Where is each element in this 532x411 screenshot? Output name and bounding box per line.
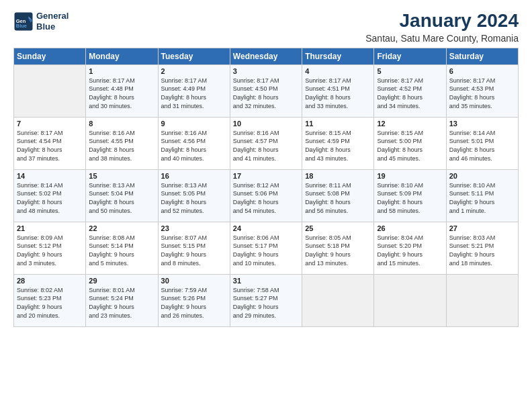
calendar-cell: 28Sunrise: 8:02 AM Sunset: 5:23 PM Dayli… bbox=[14, 274, 86, 326]
week-row-2: 7Sunrise: 8:17 AM Sunset: 4:54 PM Daylig… bbox=[14, 117, 519, 169]
day-number: 18 bbox=[305, 172, 371, 180]
day-number: 28 bbox=[17, 277, 83, 285]
calendar-cell: 5Sunrise: 8:17 AM Sunset: 4:52 PM Daylig… bbox=[374, 64, 446, 117]
day-number: 30 bbox=[161, 277, 227, 285]
cell-content: Sunrise: 8:02 AM Sunset: 5:23 PM Dayligh… bbox=[17, 286, 83, 320]
week-row-3: 14Sunrise: 8:14 AM Sunset: 5:02 PM Dayli… bbox=[14, 169, 519, 222]
calendar-cell: 8Sunrise: 8:16 AM Sunset: 4:55 PM Daylig… bbox=[86, 117, 158, 169]
cell-content: Sunrise: 8:13 AM Sunset: 5:04 PM Dayligh… bbox=[89, 181, 154, 215]
cell-content: Sunrise: 8:04 AM Sunset: 5:20 PM Dayligh… bbox=[377, 234, 443, 267]
calendar-cell: 16Sunrise: 8:13 AM Sunset: 5:05 PM Dayli… bbox=[158, 169, 230, 222]
calendar-cell: 12Sunrise: 8:15 AM Sunset: 5:00 PM Dayli… bbox=[374, 117, 446, 169]
cell-content: Sunrise: 8:17 AM Sunset: 4:54 PM Dayligh… bbox=[17, 129, 83, 163]
day-number: 5 bbox=[377, 67, 443, 75]
calendar-cell: 19Sunrise: 8:10 AM Sunset: 5:09 PM Dayli… bbox=[374, 169, 446, 222]
day-number: 8 bbox=[89, 120, 154, 128]
day-number: 3 bbox=[233, 67, 299, 75]
cell-content: Sunrise: 8:03 AM Sunset: 5:21 PM Dayligh… bbox=[449, 234, 515, 267]
cell-content: Sunrise: 8:10 AM Sunset: 5:09 PM Dayligh… bbox=[377, 181, 443, 215]
calendar-cell: 21Sunrise: 8:09 AM Sunset: 5:12 PM Dayli… bbox=[14, 222, 86, 274]
calendar-cell: 25Sunrise: 8:05 AM Sunset: 5:18 PM Dayli… bbox=[302, 222, 374, 274]
cell-content: Sunrise: 8:16 AM Sunset: 4:56 PM Dayligh… bbox=[161, 129, 227, 163]
calendar-cell: 6Sunrise: 8:17 AM Sunset: 4:53 PM Daylig… bbox=[446, 64, 518, 117]
day-header-tuesday: Tuesday bbox=[158, 48, 230, 64]
day-number: 23 bbox=[161, 224, 227, 232]
day-number: 17 bbox=[233, 172, 299, 180]
calendar-cell: 2Sunrise: 8:17 AM Sunset: 4:49 PM Daylig… bbox=[158, 64, 230, 117]
day-number: 9 bbox=[161, 120, 227, 128]
cell-content: Sunrise: 8:17 AM Sunset: 4:51 PM Dayligh… bbox=[305, 77, 371, 110]
calendar-cell: 14Sunrise: 8:14 AM Sunset: 5:02 PM Dayli… bbox=[14, 169, 86, 222]
page: Gen Blue General Blue January 2024 Santa… bbox=[0, 0, 532, 411]
calendar-cell: 18Sunrise: 8:11 AM Sunset: 5:08 PM Dayli… bbox=[302, 169, 374, 222]
calendar-cell: 30Sunrise: 7:59 AM Sunset: 5:26 PM Dayli… bbox=[158, 274, 230, 326]
day-number: 22 bbox=[89, 224, 154, 232]
calendar-table: SundayMondayTuesdayWednesdayThursdayFrid… bbox=[13, 48, 519, 327]
day-number: 15 bbox=[89, 172, 154, 180]
day-number: 26 bbox=[377, 224, 443, 232]
logo: Gen Blue General Blue bbox=[13, 11, 69, 32]
cell-content: Sunrise: 8:15 AM Sunset: 5:00 PM Dayligh… bbox=[377, 129, 443, 163]
day-number: 2 bbox=[161, 67, 227, 75]
cell-content: Sunrise: 8:05 AM Sunset: 5:18 PM Dayligh… bbox=[305, 234, 371, 267]
day-number: 16 bbox=[161, 172, 227, 180]
day-number: 27 bbox=[449, 224, 515, 232]
day-number: 14 bbox=[17, 172, 83, 180]
cell-content: Sunrise: 8:17 AM Sunset: 4:52 PM Dayligh… bbox=[377, 77, 443, 110]
svg-text:Blue: Blue bbox=[16, 23, 27, 29]
calendar-cell: 7Sunrise: 8:17 AM Sunset: 4:54 PM Daylig… bbox=[14, 117, 86, 169]
cell-content: Sunrise: 8:16 AM Sunset: 4:57 PM Dayligh… bbox=[233, 129, 299, 163]
day-number: 21 bbox=[17, 224, 83, 232]
calendar-cell: 13Sunrise: 8:14 AM Sunset: 5:01 PM Dayli… bbox=[446, 117, 518, 169]
calendar-cell bbox=[14, 64, 86, 117]
cell-content: Sunrise: 8:15 AM Sunset: 4:59 PM Dayligh… bbox=[305, 129, 371, 163]
cell-content: Sunrise: 8:17 AM Sunset: 4:48 PM Dayligh… bbox=[89, 77, 154, 110]
calendar-cell: 17Sunrise: 8:12 AM Sunset: 5:06 PM Dayli… bbox=[230, 169, 302, 222]
day-number: 25 bbox=[305, 224, 371, 232]
calendar-cell: 31Sunrise: 7:58 AM Sunset: 5:27 PM Dayli… bbox=[230, 274, 302, 326]
calendar-cell: 11Sunrise: 8:15 AM Sunset: 4:59 PM Dayli… bbox=[302, 117, 374, 169]
cell-content: Sunrise: 8:11 AM Sunset: 5:08 PM Dayligh… bbox=[305, 181, 371, 215]
cell-content: Sunrise: 8:08 AM Sunset: 5:14 PM Dayligh… bbox=[89, 234, 154, 267]
main-title: January 2024 bbox=[365, 11, 519, 32]
cell-content: Sunrise: 8:09 AM Sunset: 5:12 PM Dayligh… bbox=[17, 234, 83, 267]
calendar-cell: 24Sunrise: 8:06 AM Sunset: 5:17 PM Dayli… bbox=[230, 222, 302, 274]
day-number: 6 bbox=[449, 67, 515, 75]
calendar-cell: 3Sunrise: 8:17 AM Sunset: 4:50 PM Daylig… bbox=[230, 64, 302, 117]
calendar-cell: 23Sunrise: 8:07 AM Sunset: 5:15 PM Dayli… bbox=[158, 222, 230, 274]
cell-content: Sunrise: 8:13 AM Sunset: 5:05 PM Dayligh… bbox=[161, 181, 227, 215]
cell-content: Sunrise: 8:17 AM Sunset: 4:49 PM Dayligh… bbox=[161, 77, 227, 110]
day-number: 4 bbox=[305, 67, 371, 75]
day-header-monday: Monday bbox=[86, 48, 158, 64]
cell-content: Sunrise: 8:12 AM Sunset: 5:06 PM Dayligh… bbox=[233, 181, 299, 215]
calendar-cell: 1Sunrise: 8:17 AM Sunset: 4:48 PM Daylig… bbox=[86, 64, 158, 117]
calendar-cell: 20Sunrise: 8:10 AM Sunset: 5:11 PM Dayli… bbox=[446, 169, 518, 222]
title-block: January 2024 Santau, Satu Mare County, R… bbox=[365, 11, 519, 44]
week-row-1: 1Sunrise: 8:17 AM Sunset: 4:48 PM Daylig… bbox=[14, 64, 519, 117]
cell-content: Sunrise: 8:17 AM Sunset: 4:50 PM Dayligh… bbox=[233, 77, 299, 110]
day-number: 20 bbox=[449, 172, 515, 180]
day-header-saturday: Saturday bbox=[446, 48, 518, 64]
cell-content: Sunrise: 8:17 AM Sunset: 4:53 PM Dayligh… bbox=[449, 77, 515, 110]
day-header-sunday: Sunday bbox=[14, 48, 86, 64]
calendar-cell bbox=[302, 274, 374, 326]
cell-content: Sunrise: 8:06 AM Sunset: 5:17 PM Dayligh… bbox=[233, 234, 299, 267]
week-row-4: 21Sunrise: 8:09 AM Sunset: 5:12 PM Dayli… bbox=[14, 222, 519, 274]
day-number: 13 bbox=[449, 120, 515, 128]
week-row-5: 28Sunrise: 8:02 AM Sunset: 5:23 PM Dayli… bbox=[14, 274, 519, 326]
day-number: 1 bbox=[89, 67, 154, 75]
cell-content: Sunrise: 8:10 AM Sunset: 5:11 PM Dayligh… bbox=[449, 181, 515, 215]
cell-content: Sunrise: 8:01 AM Sunset: 5:24 PM Dayligh… bbox=[89, 286, 154, 320]
day-number: 31 bbox=[233, 277, 299, 285]
day-number: 19 bbox=[377, 172, 443, 180]
cell-content: Sunrise: 7:58 AM Sunset: 5:27 PM Dayligh… bbox=[233, 286, 299, 320]
logo-icon: Gen Blue bbox=[13, 11, 34, 32]
calendar-cell: 4Sunrise: 8:17 AM Sunset: 4:51 PM Daylig… bbox=[302, 64, 374, 117]
cell-content: Sunrise: 7:59 AM Sunset: 5:26 PM Dayligh… bbox=[161, 286, 227, 320]
calendar-cell: 29Sunrise: 8:01 AM Sunset: 5:24 PM Dayli… bbox=[86, 274, 158, 326]
day-header-wednesday: Wednesday bbox=[230, 48, 302, 64]
day-header-friday: Friday bbox=[374, 48, 446, 64]
header-row-days: SundayMondayTuesdayWednesdayThursdayFrid… bbox=[14, 48, 519, 64]
day-number: 10 bbox=[233, 120, 299, 128]
calendar-cell: 26Sunrise: 8:04 AM Sunset: 5:20 PM Dayli… bbox=[374, 222, 446, 274]
